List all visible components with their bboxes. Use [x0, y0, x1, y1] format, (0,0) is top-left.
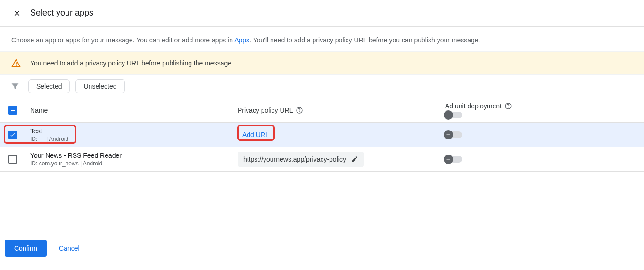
dialog-footer: Confirm Cancel — [0, 233, 644, 263]
svg-rect-2 — [11, 110, 15, 111]
dialog-header: Select your apps — [0, 0, 644, 26]
app-subtitle: ID: — | Android — [30, 136, 238, 142]
ad-unit-deployment-toggle[interactable] — [445, 156, 462, 163]
help-icon[interactable] — [296, 106, 303, 114]
edit-icon[interactable] — [351, 155, 358, 163]
help-icon[interactable] — [504, 102, 512, 110]
column-ad-unit-deployment: Ad unit deployment — [445, 102, 636, 118]
confirm-button[interactable]: Confirm — [5, 240, 47, 257]
svg-rect-0 — [16, 62, 17, 64]
privacy-url-chip: https://yournews.app/privacy-policy — [238, 152, 364, 167]
row-checkbox[interactable] — [8, 155, 17, 164]
svg-rect-6 — [447, 134, 450, 135]
filter-bar: Selected Unselected — [0, 75, 644, 98]
filter-unselected-chip[interactable]: Unselected — [75, 79, 124, 93]
ad-unit-deployment-toggle[interactable] — [445, 131, 462, 138]
ad-unit-deployment-master-toggle[interactable] — [445, 112, 462, 118]
warning-banner: You need to add a privacy policy URL bef… — [0, 51, 644, 75]
warning-text: You need to add a privacy policy URL bef… — [30, 59, 231, 67]
row-checkbox[interactable] — [8, 131, 17, 139]
table-header-row: Name Privacy policy URL Ad unit deployme… — [0, 98, 644, 123]
cancel-button[interactable]: Cancel — [56, 244, 83, 253]
app-subtitle: ID: com.your_news | Android — [30, 160, 238, 167]
filter-selected-chip[interactable]: Selected — [28, 79, 70, 93]
svg-rect-5 — [447, 115, 450, 115]
add-url-button[interactable]: Add URL — [238, 128, 274, 141]
dialog-title: Select your apps — [30, 8, 93, 18]
svg-rect-1 — [16, 65, 17, 66]
table-row: Test ID: — | Android Add URL — [0, 123, 644, 147]
apps-link[interactable]: Apps — [234, 36, 249, 44]
svg-rect-7 — [447, 159, 450, 159]
intro-text: Choose an app or apps for your message. … — [0, 27, 644, 51]
close-icon[interactable] — [11, 8, 23, 19]
column-name: Name — [30, 106, 238, 114]
app-name: Your News - RSS Feed Reader — [30, 152, 238, 159]
filter-icon[interactable] — [8, 79, 23, 94]
app-name: Test — [30, 127, 238, 135]
column-privacy-policy: Privacy policy URL — [238, 106, 445, 114]
privacy-url-text: https://yournews.app/privacy-policy — [243, 155, 346, 163]
table-row: Your News - RSS Feed Reader ID: com.your… — [0, 147, 644, 172]
select-all-checkbox[interactable] — [8, 106, 17, 115]
warning-icon — [11, 58, 21, 68]
